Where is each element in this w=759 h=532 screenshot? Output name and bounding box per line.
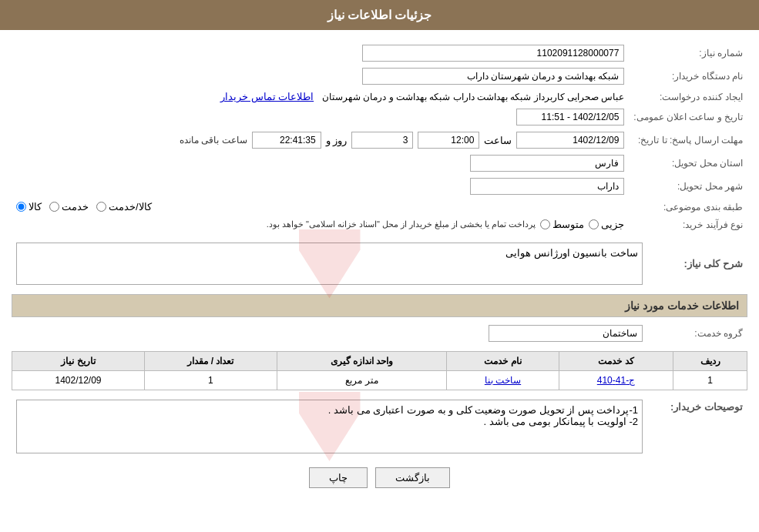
- buyer-org-field: شبکه بهداشت و درمان شهرستان داراب: [362, 68, 624, 85]
- city-field: داراب: [470, 178, 624, 195]
- col-unit: واحد اندازه گیری: [277, 352, 446, 371]
- creator-text: عباس صحرایی کاربرداز شبکه بهداشت داراب ش…: [322, 92, 624, 102]
- col-service-name: نام خدمت: [447, 352, 559, 371]
- need-number-field: 1102091128000077: [362, 45, 624, 62]
- days-label: روز و: [326, 135, 348, 146]
- city-row: شهر محل تحویل: داراب: [12, 175, 747, 198]
- response-days-field: 3: [351, 132, 413, 149]
- col-quantity: تعداد / مقدار: [145, 352, 277, 371]
- category-label: طبقه بندی موضوعی:: [629, 198, 747, 216]
- deadline-value: 1402/12/09 ساعت 12:00 3 روز و 22:41:35 س…: [12, 129, 629, 152]
- purchase-jozi-radio[interactable]: [589, 219, 599, 229]
- description-text: ساخت بانسیون اورژانس هوایی: [21, 247, 638, 259]
- category-service-option: خدمت: [49, 201, 89, 212]
- col-row: ردیف: [673, 352, 747, 371]
- cell-date: 1402/12/09: [12, 371, 145, 390]
- notes-table: توصیحات خریدار: 1-پرداخت پس از تحویل صور…: [12, 396, 747, 457]
- need-number-label: شماره نیاز:: [629, 42, 747, 65]
- service-group-value: ساختمان: [12, 322, 647, 345]
- category-value: کالا خدمت کالا/خدمت: [12, 198, 629, 216]
- table-body: 1 ج-41-410 ساخت بنا متر مربع 1 1402/12/0…: [12, 371, 747, 390]
- province-value: فارس: [12, 152, 629, 175]
- announce-datetime-field: 1402/12/05 - 11:51: [516, 109, 624, 125]
- response-time-field: 12:00: [418, 132, 479, 149]
- creator-label: ایجاد کننده درخواست:: [629, 88, 747, 105]
- notes-label: توصیحات خریدار:: [647, 396, 747, 457]
- city-label: شهر محل تحویل:: [629, 175, 747, 198]
- need-number-value: 1102091128000077: [12, 42, 629, 65]
- city-value: داراب: [12, 175, 629, 198]
- description-container: ساخت بانسیون اورژانس هوایی: [16, 243, 643, 285]
- description-row: شرح کلی نیاز: ساخت بانسیون اورژانس هوایی: [12, 239, 747, 288]
- col-date: تاریخ نیاز: [12, 352, 145, 371]
- notes-row: توصیحات خریدار: 1-پرداخت پس از تحویل صور…: [12, 396, 747, 457]
- deadline-label: مهلت ارسال پاسخ: تا تاریخ:: [629, 129, 747, 152]
- description-value: ساخت بانسیون اورژانس هوایی: [12, 239, 647, 288]
- remaining-time-field: 22:41:35: [252, 132, 321, 149]
- services-table: ردیف کد خدمت نام خدمت واحد اندازه گیری ت…: [12, 351, 747, 390]
- need-number-row: شماره نیاز: 1102091128000077: [12, 42, 747, 65]
- response-date-field: 1402/12/09: [516, 132, 624, 149]
- buyer-org-row: نام دستگاه خریدار: شبکه بهداشت و درمان ش…: [12, 65, 747, 88]
- table-header: ردیف کد خدمت نام خدمت واحد اندازه گیری ت…: [12, 352, 747, 371]
- content-area: شماره نیاز: 1102091128000077 نام دستگاه …: [0, 38, 759, 492]
- deadline-row: مهلت ارسال پاسخ: تا تاریخ: 1402/12/09 سا…: [12, 129, 747, 152]
- description-table: شرح کلی نیاز: ساخت بانسیون اورژانس هوایی: [12, 239, 747, 288]
- category-kala-label: کالا: [29, 201, 42, 212]
- announce-label: تاریخ و ساعت اعلان عمومی:: [629, 105, 747, 129]
- page-wrapper: جزئیات اطلاعات نیاز شماره نیاز: 11020911…: [0, 0, 759, 532]
- watermark-shield: [299, 229, 361, 299]
- page-header: جزئیات اطلاعات نیاز: [0, 0, 759, 30]
- service-group-label: گروه خدمت:: [647, 322, 747, 345]
- category-both-label: کالا/خدمت: [109, 201, 152, 212]
- purchase-motavasset-option: متوسط: [540, 219, 584, 230]
- cell-service-name: ساخت بنا: [447, 371, 559, 390]
- remaining-label: ساعت باقی مانده: [180, 135, 247, 146]
- announce-value: 1402/12/05 - 11:51: [12, 105, 629, 129]
- contact-link[interactable]: اطلاعات تماس خریدار: [220, 91, 314, 102]
- print-button[interactable]: چاپ: [309, 467, 368, 488]
- notes-value: 1-پرداخت پس از تحویل صورت وضعیت کلی و به…: [12, 396, 647, 457]
- back-button[interactable]: بازگشت: [375, 467, 450, 488]
- purchase-motavasset-radio[interactable]: [540, 219, 550, 229]
- service-group-field: ساختمان: [489, 325, 643, 342]
- service-group-row: گروه خدمت: ساختمان: [12, 322, 747, 345]
- purchase-note: پرداخت تمام یا بخشی از مبلغ خریدار از مح…: [267, 219, 536, 229]
- category-both-radio[interactable]: [96, 202, 106, 212]
- main-form-table: شماره نیاز: 1102091128000077 نام دستگاه …: [12, 42, 747, 233]
- table-header-row: ردیف کد خدمت نام خدمت واحد اندازه گیری ت…: [12, 352, 747, 371]
- province-field: فارس: [470, 155, 624, 172]
- service-group-table: گروه خدمت: ساختمان: [12, 322, 747, 345]
- creator-value: عباس صحرایی کاربرداز شبکه بهداشت داراب ش…: [12, 88, 629, 105]
- notes-container: 1-پرداخت پس از تحویل صورت وضعیت کلی و به…: [16, 400, 643, 453]
- services-section-header: اطلاعات خدمات مورد نیاز: [12, 294, 747, 317]
- notes-text: 1-پرداخت پس از تحویل صورت وضعیت کلی و به…: [21, 404, 638, 427]
- table-row: 1 ج-41-410 ساخت بنا متر مربع 1 1402/12/0…: [12, 371, 747, 390]
- purchase-jozi-option: جزیی: [589, 219, 624, 230]
- cell-quantity: 1: [145, 371, 277, 390]
- category-service-radio[interactable]: [49, 202, 59, 212]
- announce-row: تاریخ و ساعت اعلان عمومی: 1402/12/05 - 1…: [12, 105, 747, 129]
- category-both-option: کالا/خدمت: [96, 201, 152, 212]
- category-kala-radio[interactable]: [16, 202, 26, 212]
- page-title: جزئیات اطلاعات نیاز: [327, 8, 432, 22]
- province-label: استان محل تحویل:: [629, 152, 747, 175]
- province-row: استان محل تحویل: فارس: [12, 152, 747, 175]
- cell-row: 1: [673, 371, 747, 390]
- description-label: شرح کلی نیاز:: [647, 239, 747, 288]
- purchase-motavasset-label: متوسط: [552, 219, 584, 230]
- cell-unit: متر مربع: [277, 371, 446, 390]
- purchase-type-label: نوع فرآیند خرید:: [629, 216, 747, 233]
- purchase-jozi-label: جزیی: [601, 219, 624, 230]
- purchase-type-row: نوع فرآیند خرید: جزیی متوسط پرداخت تمام …: [12, 216, 747, 233]
- category-service-label: خدمت: [62, 201, 89, 212]
- category-row: طبقه بندی موضوعی: کالا خدمت کالا/خدمت: [12, 198, 747, 216]
- creator-row: ایجاد کننده درخواست: عباس صحرایی کاربردا…: [12, 88, 747, 105]
- buyer-org-label: نام دستگاه خریدار:: [629, 65, 747, 88]
- cell-service-code: ج-41-410: [559, 371, 673, 390]
- col-service-code: کد خدمت: [559, 352, 673, 371]
- button-row: بازگشت چاپ: [12, 467, 747, 488]
- category-kala-option: کالا: [16, 201, 42, 212]
- time-label: ساعت: [484, 135, 512, 146]
- buyer-org-value: شبکه بهداشت و درمان شهرستان داراب: [12, 65, 629, 88]
